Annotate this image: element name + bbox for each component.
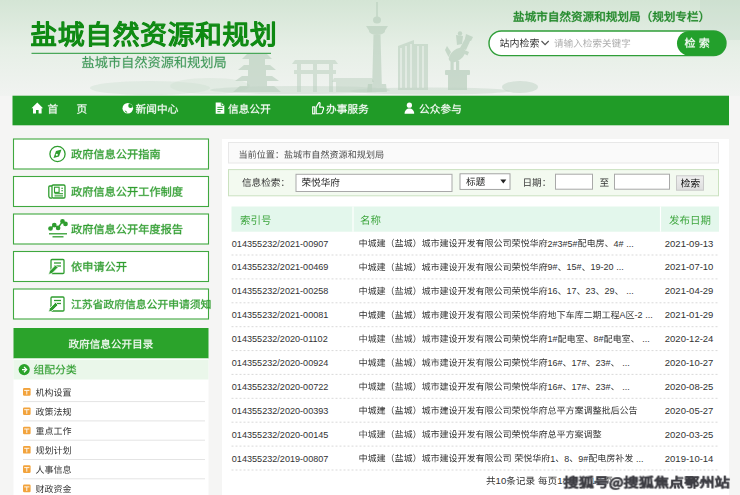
svg-text:23#: 23#: [596, 382, 611, 392]
svg-text:014355232/2019-00807: 014355232/2019-00807: [232, 454, 329, 464]
svg-text:-2: -2: [635, 310, 643, 320]
svg-text:2#3#5#: 2#3#5#: [548, 239, 578, 249]
svg-text:1#: 1#: [548, 334, 558, 344]
svg-text:014355232/2021-00081: 014355232/2021-00081: [232, 310, 329, 320]
svg-text:014355232/2020-00145: 014355232/2020-00145: [232, 430, 329, 440]
svg-text:014355232/2020-00722: 014355232/2020-00722: [232, 382, 329, 392]
svg-text:...: ...: [626, 286, 634, 296]
svg-text:9#: 9#: [548, 262, 558, 272]
svg-text:17: 17: [567, 286, 577, 296]
svg-text:2020-10-27: 2020-10-27: [665, 357, 714, 368]
svg-text:8#: 8#: [594, 334, 604, 344]
svg-text:...: ...: [642, 334, 650, 344]
svg-text:16: 16: [548, 286, 558, 296]
svg-text:2020-05-27: 2020-05-27: [665, 405, 714, 416]
svg-text:4#: 4#: [614, 239, 624, 249]
svg-text:10: 10: [496, 475, 507, 486]
svg-text:014355232/2021-00907: 014355232/2021-00907: [232, 239, 329, 249]
svg-text:17#: 17#: [572, 382, 587, 392]
svg-text:014355232/2020-00924: 014355232/2020-00924: [232, 358, 329, 368]
svg-text:8: 8: [564, 454, 569, 464]
svg-text:23#: 23#: [596, 358, 611, 368]
svg-text:2020-08-25: 2020-08-25: [665, 381, 714, 392]
svg-text:17#: 17#: [572, 358, 587, 368]
svg-text:2021-01-29: 2021-01-29: [665, 309, 714, 320]
svg-text:...: ...: [622, 382, 630, 392]
svg-text:29: 29: [605, 286, 615, 296]
svg-text:...: ...: [645, 310, 653, 320]
svg-text:...: ...: [636, 454, 644, 464]
svg-text:23: 23: [586, 286, 596, 296]
svg-text:2020-12-24: 2020-12-24: [665, 333, 714, 344]
svg-text:...: ...: [616, 262, 624, 272]
svg-text:1: 1: [550, 454, 555, 464]
svg-text:19-20: 19-20: [591, 262, 614, 272]
svg-text:2019-10-14: 2019-10-14: [665, 453, 714, 464]
svg-text:2021-09-13: 2021-09-13: [665, 238, 714, 249]
svg-text:2020-03-25: 2020-03-25: [665, 429, 714, 440]
svg-text:2021-04-29: 2021-04-29: [665, 285, 714, 296]
svg-text:...: ...: [622, 358, 630, 368]
svg-text:014355232/2021-00469: 014355232/2021-00469: [232, 262, 329, 272]
svg-text:014355232/2020-01102: 014355232/2020-01102: [232, 334, 328, 344]
svg-text:014355232/2021-00258: 014355232/2021-00258: [232, 286, 329, 296]
svg-text:9#: 9#: [578, 454, 588, 464]
svg-text:16#: 16#: [548, 358, 563, 368]
svg-text:A: A: [620, 310, 626, 320]
svg-text:014355232/2020-00393: 014355232/2020-00393: [232, 406, 329, 416]
svg-text:...: ...: [626, 239, 634, 249]
svg-text:15#: 15#: [567, 262, 582, 272]
svg-text:2021-07-10: 2021-07-10: [665, 261, 714, 272]
svg-text:16#: 16#: [548, 382, 563, 392]
